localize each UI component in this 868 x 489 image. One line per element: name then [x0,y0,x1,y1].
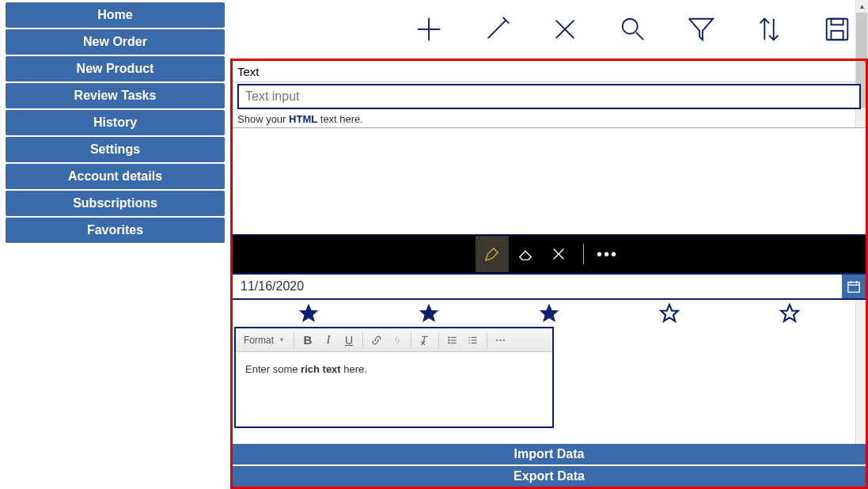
export-data-button[interactable]: Export Data [233,466,866,487]
rte-body[interactable]: Enter some rich text here. [236,352,552,426]
svg-rect-9 [827,19,848,40]
sidebar-item-new-product[interactable]: New Product [6,56,225,82]
rte-suffix: here. [341,363,367,375]
filter-icon[interactable] [686,14,716,44]
rte-toolbar: Format ▼ B I U [236,328,552,352]
ink-more-icon[interactable]: ••• [592,245,623,263]
svg-point-22 [449,339,449,340]
svg-point-21 [449,336,449,337]
html-display-label: Show your HTML text here. [233,111,866,128]
star-4[interactable] [659,303,680,324]
save-icon[interactable] [822,14,852,44]
sidebar-item-history[interactable]: History [6,110,225,135]
rating-stars [233,300,866,327]
rte-bold: rich text [301,363,341,375]
import-data-button[interactable]: Import Data [233,444,866,464]
rte-clear-format-icon[interactable] [415,331,434,350]
svg-rect-14 [848,282,859,293]
rte-sep [487,332,487,348]
svg-point-23 [449,342,449,343]
svg-line-2 [488,21,506,39]
rte-underline-button[interactable]: U [339,331,358,350]
rte-ordered-list-icon[interactable] [443,331,462,350]
rte-bullet-list-icon[interactable] [464,331,483,350]
sidebar-item-account-details[interactable]: Account details [6,164,225,189]
close-icon[interactable] [550,14,580,44]
search-icon[interactable] [618,14,648,44]
rich-text-container: Format ▼ B I U [233,327,866,442]
ink-separator [583,244,584,264]
ink-close-icon[interactable] [542,236,575,272]
rich-text-editor: Format ▼ B I U [234,327,554,428]
text-input[interactable] [237,84,861,109]
calendar-icon[interactable] [842,275,866,298]
sidebar-item-favorites[interactable]: Favorites [6,218,225,243]
ink-toolbar: ••• [233,235,866,273]
sidebar: Home New Order New Product Review Tasks … [0,0,230,489]
rte-format-dropdown[interactable]: Format ▼ [239,335,290,346]
pen-icon[interactable] [476,236,509,272]
sidebar-item-home[interactable]: Home [6,2,225,28]
star-2[interactable] [419,303,439,324]
sidebar-item-subscriptions[interactable]: Subscriptions [6,191,225,216]
rte-format-label: Format [244,335,274,346]
rte-more-icon[interactable]: ⋯ [491,331,510,350]
sidebar-item-settings[interactable]: Settings [6,137,225,162]
sidebar-item-new-order[interactable]: New Order [6,29,225,55]
sidebar-item-review-tasks[interactable]: Review Tasks [6,83,225,108]
top-toolbar [230,0,868,59]
rte-italic-button[interactable]: I [319,331,338,350]
rte-sep [438,332,439,348]
rte-sep [294,332,294,348]
rte-sep [362,332,363,348]
bottom-buttons: Import Data Export Data [233,442,866,487]
html-prefix: Show your [237,113,289,125]
rte-sep [411,332,411,348]
svg-rect-10 [831,19,843,25]
html-suffix: text here. [317,113,363,125]
svg-point-5 [623,19,638,34]
date-picker-row: 11/16/2020 [233,273,866,300]
star-1[interactable] [298,303,319,324]
edit-icon[interactable] [482,14,512,44]
date-field[interactable]: 11/16/2020 [233,275,842,298]
main-area: ▲ ▼ [230,0,868,489]
plus-icon[interactable] [414,14,444,44]
rte-bold-button[interactable]: B [298,331,317,350]
html-bold: HTML [289,113,317,125]
chevron-down-icon: ▼ [279,336,285,343]
rte-unlink-icon[interactable] [388,331,407,350]
star-3[interactable] [539,303,559,324]
rte-prefix: Enter some [245,363,301,375]
content-panel: Text Show your HTML text here. [230,59,868,489]
text-label: Text [233,61,866,82]
html-display-area[interactable] [233,128,866,235]
svg-line-6 [636,32,644,40]
star-5[interactable] [779,303,800,324]
eraser-icon[interactable] [509,236,542,272]
svg-rect-11 [831,31,843,40]
sort-icon[interactable] [754,14,784,44]
rte-link-icon[interactable] [367,331,386,350]
scroll-up-arrow[interactable]: ▲ [856,0,868,13]
